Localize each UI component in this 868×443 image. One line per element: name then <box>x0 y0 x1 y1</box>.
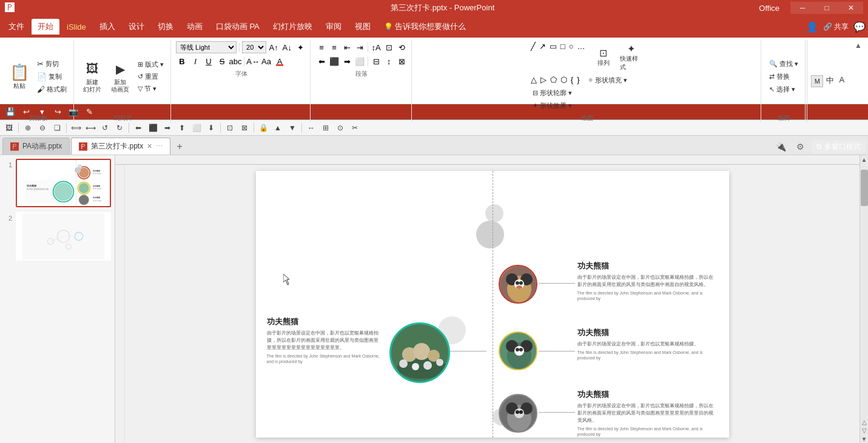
maximize-button[interactable]: □ <box>815 2 839 14</box>
menu-insert[interactable]: 插入 <box>93 19 121 35</box>
select-button[interactable]: ↖ 选择 ▾ <box>766 84 798 95</box>
tb-slide-icon[interactable]: 🖼 <box>2 121 16 135</box>
center-button[interactable]: ⬛ <box>328 55 340 67</box>
tb-send-back[interactable]: ▼ <box>286 121 299 135</box>
tb-lock[interactable]: 🔒 <box>257 121 270 135</box>
menu-view[interactable]: 视图 <box>349 19 377 35</box>
tab-settings-button[interactable]: ⚙ <box>792 139 808 155</box>
close-button[interactable]: ✕ <box>839 2 863 14</box>
menu-review[interactable]: 审阅 <box>320 19 348 35</box>
align-left-button[interactable]: ⬅ <box>315 55 328 67</box>
menu-islide[interactable]: iSlide <box>61 20 92 34</box>
menu-animations[interactable]: 动画 <box>181 19 209 35</box>
justify-button[interactable]: ⬜ <box>354 55 366 67</box>
tb-flip-h[interactable]: ⟺ <box>69 121 82 135</box>
scroll-down-button[interactable]: ▼ <box>860 435 869 443</box>
find-button[interactable]: 🔍 查找 ▾ <box>766 58 801 70</box>
tb-align-middle[interactable]: ⬜ <box>190 121 203 135</box>
text-direction-button[interactable]: ↕A <box>370 41 382 53</box>
shape-pent[interactable]: ⬠ <box>549 75 558 86</box>
paste-button[interactable]: 📋 粘贴 <box>6 40 33 113</box>
tb-bring-forward[interactable]: ▲ <box>271 121 284 135</box>
multi-window-button[interactable]: ⧉ 多窗口模式 <box>812 141 866 153</box>
tab-menu-button[interactable]: ⋯ <box>156 142 163 150</box>
char-spacing-button[interactable]: A↔ <box>247 55 259 67</box>
shadow-button[interactable]: abc <box>229 55 241 67</box>
tb-group[interactable]: ⊕ <box>21 121 35 135</box>
shape-rect2[interactable]: □ <box>559 41 567 73</box>
replace-button[interactable]: ⇄ 替换 <box>766 71 793 82</box>
align-text-button[interactable]: ⊡ <box>383 41 395 53</box>
menu-search[interactable]: 💡 告诉我你想要做什么 <box>378 19 472 35</box>
tb-regroup[interactable]: ❏ <box>50 121 64 135</box>
redo-button[interactable]: ↪ <box>51 105 64 119</box>
slide-container[interactable]: 功夫熊猫 由于影片的场景设定在中国，影片也以宽银幕规格拍摄，所以在影片的画面采用… <box>125 165 860 443</box>
underline-button[interactable]: U <box>203 55 215 67</box>
scroll-up-button[interactable]: ▲ <box>860 155 869 164</box>
menu-pocket[interactable]: 口袋动画 PA <box>210 19 266 35</box>
tb-align-right[interactable]: ➡ <box>161 121 174 135</box>
save-button[interactable]: 💾 <box>4 105 17 119</box>
italic-button[interactable]: I <box>189 55 201 67</box>
shape-brace2[interactable]: } <box>576 75 580 86</box>
user-icon[interactable]: 👤 <box>806 21 818 33</box>
tb-distribute-h[interactable]: ⊡ <box>223 121 237 135</box>
slide-image-2[interactable] <box>16 212 111 261</box>
slide-image-1[interactable]: 功夫熊猫 由于影片的场景设定在中国 <box>16 159 111 207</box>
bullets-button[interactable]: ≡ <box>315 41 328 53</box>
tb-rotate-r[interactable]: ↻ <box>113 121 126 135</box>
tb-align-bottom[interactable]: ⬇ <box>204 121 218 135</box>
draw-button[interactable]: ✎ <box>82 105 96 119</box>
line-spacing-button[interactable]: ↕ <box>383 55 395 67</box>
font-family-select[interactable]: 等线 Light <box>176 41 237 53</box>
undo-dropdown[interactable]: ▾ <box>35 105 49 119</box>
outline-button[interactable]: ⊟ 形状轮廓 ▾ <box>530 87 575 99</box>
smartart-button[interactable]: ⟲ <box>395 41 408 53</box>
shape-circle[interactable]: ○ <box>568 41 575 73</box>
tb-align-left[interactable]: ⬅ <box>132 121 145 135</box>
menu-home[interactable]: 开始 <box>32 19 59 35</box>
tab-close-button[interactable]: ✕ <box>147 142 152 150</box>
shape-arrow[interactable]: ↗ <box>538 41 547 73</box>
clear-format-button[interactable]: ✦ <box>294 41 306 53</box>
menu-transitions[interactable]: 切换 <box>152 19 180 35</box>
tab-pa-animation[interactable]: 🅿 PA动画.pptx <box>2 138 70 155</box>
font-color-button[interactable]: A <box>274 55 286 67</box>
tab-third-pptx[interactable]: 🅿 第三次打卡.pptx ✕ ⋯ <box>71 138 170 155</box>
strikethrough-button[interactable]: S <box>216 55 228 67</box>
menu-file[interactable]: 文件 <box>2 19 30 35</box>
tb-rotate-l[interactable]: ↺ <box>98 121 112 135</box>
decrease-indent-button[interactable]: ⇤ <box>341 41 353 53</box>
scroll-page-down-button[interactable]: ▽ <box>860 426 869 435</box>
new-animation-button[interactable]: ▶ <box>107 60 133 78</box>
tb-position[interactable]: ⊞ <box>319 121 332 135</box>
section-button[interactable]: ▽节 ▾ <box>135 83 167 95</box>
tb-selection[interactable]: ⊙ <box>334 121 347 135</box>
tb-ungroup[interactable]: ⊖ <box>36 121 49 135</box>
new-slide-button[interactable]: 🖼 <box>79 60 106 78</box>
para-spacing-button[interactable]: ⊠ <box>395 55 408 67</box>
shape-brace[interactable]: { <box>570 75 574 86</box>
shape-rect[interactable]: ▭ <box>548 41 558 73</box>
ime-a-button[interactable]: A <box>837 75 846 87</box>
tb-flip-v[interactable]: ⟷ <box>84 121 97 135</box>
tab-plugin-button[interactable]: 🔌 <box>773 139 789 155</box>
layout-button[interactable]: ⊞版式 ▾ <box>135 59 167 70</box>
ime-zh-button[interactable]: 中 <box>824 75 836 87</box>
font-size-select[interactable]: 20 <box>242 41 266 53</box>
shape-tri[interactable]: △ <box>530 75 538 86</box>
cut-button[interactable]: ✂剪切 <box>34 58 70 70</box>
arrange-button[interactable]: ⊡ 排列 <box>590 41 617 73</box>
screenshot-button[interactable]: 📷 <box>67 105 80 119</box>
font-grow-button[interactable]: A↑ <box>267 41 280 53</box>
slide-thumbnail-1[interactable]: 1 功夫熊猫 由于影片的场景设定在中国 <box>4 159 111 207</box>
tb-distribute-v[interactable]: ⊠ <box>238 121 251 135</box>
scroll-track[interactable] <box>860 164 869 418</box>
tb-align-center[interactable]: ⬛ <box>146 121 160 135</box>
font-shrink-button[interactable]: A↓ <box>281 41 293 53</box>
tb-size[interactable]: ↔ <box>304 121 318 135</box>
effect-button[interactable]: ✦ 形状效果 ▾ <box>530 100 575 112</box>
copy-button[interactable]: 📄复制 <box>34 71 70 82</box>
align-right-button[interactable]: ➡ <box>341 55 353 67</box>
tb-crop[interactable]: ✂ <box>348 121 362 135</box>
